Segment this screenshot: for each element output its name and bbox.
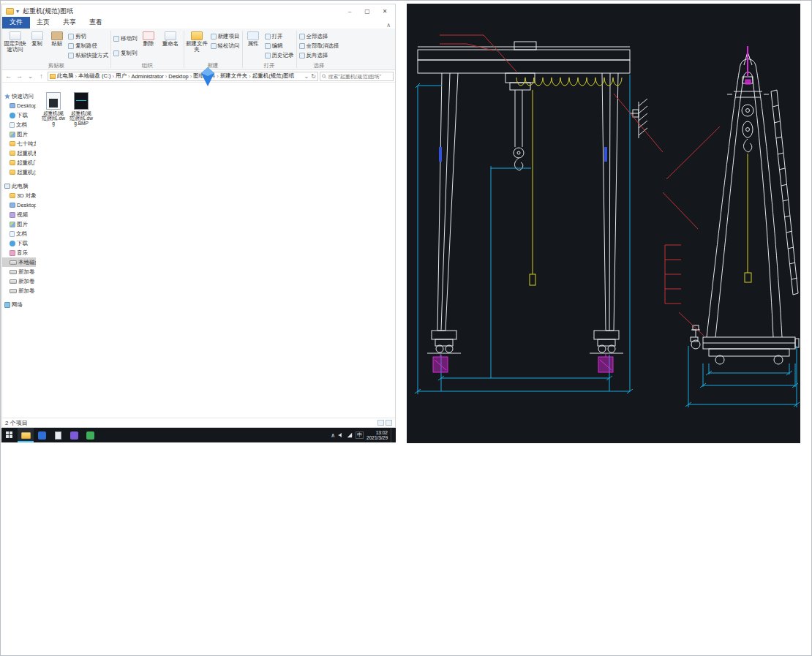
sidebar-item-desktop-2[interactable]: Desktop bbox=[2, 200, 36, 210]
ribbon-pin-button[interactable]: 固定到快速访问 bbox=[3, 29, 27, 53]
paste-icon bbox=[51, 31, 63, 40]
ribbon-history-button[interactable]: 历史记录 bbox=[265, 50, 294, 60]
breadcrumb-segment[interactable]: 起重机(规范)图纸 bbox=[252, 72, 295, 80]
ribbon-new-folder-button[interactable]: 新建文件夹 bbox=[185, 29, 209, 53]
sidebar-item-documents[interactable]: 文档 bbox=[2, 120, 36, 129]
sidebar-item-volume-f[interactable]: 新加卷 (F:) bbox=[2, 286, 36, 295]
tab-file[interactable]: 文件 bbox=[2, 17, 30, 29]
ribbon-open-button[interactable]: 打开 bbox=[265, 31, 294, 41]
sidebar-item-this-pc[interactable]: 此电脑 bbox=[2, 181, 36, 191]
sidebar-item-videos[interactable]: 视频 bbox=[2, 210, 36, 219]
folder-icon bbox=[10, 160, 15, 165]
taskbar-viewer-button[interactable] bbox=[82, 428, 98, 442]
ribbon-paste-shortcut-button[interactable]: 粘贴快捷方式 bbox=[68, 50, 108, 60]
search-input[interactable] bbox=[328, 74, 391, 79]
ribbon-copy-to-button[interactable]: 复制到 bbox=[113, 46, 138, 61]
ribbon-new-item-button[interactable]: 新建项目 bbox=[211, 31, 240, 41]
address-dropdown-icon[interactable]: ⌄ bbox=[304, 73, 309, 80]
sidebar-item-folder-4[interactable]: 起重机(液压站)图纸 bbox=[2, 167, 36, 177]
maximize-button[interactable]: ▢ bbox=[358, 5, 376, 18]
titlebar[interactable]: ▾ 起重机(规范)图纸 – ▢ ✕ bbox=[2, 4, 395, 18]
folder-window-icon bbox=[6, 8, 14, 15]
network-icon[interactable] bbox=[347, 432, 353, 438]
forward-icon[interactable]: → bbox=[15, 72, 24, 80]
ribbon-rename-button[interactable]: 重命名 bbox=[159, 29, 183, 47]
ribbon-copy-path-button[interactable]: 复制路径 bbox=[68, 41, 108, 50]
sidebar-item-local-disk-c[interactable]: 本地磁盘 (C:) bbox=[2, 257, 36, 267]
taskbar-clock[interactable]: 13:02 2021/3/29 bbox=[366, 430, 388, 441]
input-method-indicator[interactable]: 中 bbox=[356, 431, 364, 439]
cad-app-icon bbox=[70, 431, 78, 440]
sidebar-item-folder-1[interactable]: 七十吨龙门式起重机图纸 bbox=[2, 139, 36, 148]
sidebar-item-volume-e[interactable]: 新加卷 (E:) bbox=[2, 276, 36, 286]
volume-icon[interactable] bbox=[338, 432, 344, 438]
copy-to-icon bbox=[113, 50, 119, 56]
up-icon[interactable]: ↑ bbox=[37, 72, 46, 80]
sidebar-item-pictures[interactable]: 图片 bbox=[2, 129, 36, 139]
tab-share[interactable]: 共享 bbox=[56, 17, 83, 29]
breadcrumb-segment[interactable]: 用户 bbox=[116, 72, 127, 80]
sidebar-item-downloads-2[interactable]: 下载 bbox=[2, 238, 36, 248]
folder-icon bbox=[10, 151, 15, 156]
sidebar-item-folder-3[interactable]: 起重机门架图纸 bbox=[2, 158, 36, 167]
ribbon-group-organize: 移动到 复制到 删除 重命名 组织 bbox=[112, 29, 183, 69]
ribbon-select-none-button[interactable]: 全部取消选择 bbox=[299, 41, 339, 50]
ribbon-easy-access-button[interactable]: 轻松访问 bbox=[211, 41, 240, 50]
ribbon-paste-button[interactable]: 粘贴 bbox=[47, 29, 67, 47]
cad-viewer-panel[interactable] bbox=[407, 4, 800, 443]
close-button[interactable]: ✕ bbox=[376, 5, 394, 18]
sidebar-item-documents-2[interactable]: 文档 bbox=[2, 229, 36, 238]
ribbon-move-to-button[interactable]: 移动到 bbox=[113, 31, 138, 46]
tray-chevron-icon[interactable]: ∧ bbox=[331, 432, 335, 439]
folder-icon bbox=[10, 193, 15, 198]
breadcrumb-segment[interactable]: 此电脑 bbox=[57, 72, 74, 80]
ribbon-edit-button[interactable]: 编辑 bbox=[265, 41, 294, 50]
breadcrumb-segment[interactable]: Administrator bbox=[132, 73, 164, 80]
minimize-button[interactable]: – bbox=[341, 5, 358, 18]
sidebar-item-quick-access[interactable]: 快速访问 bbox=[2, 91, 36, 101]
file-item-dwg[interactable]: 起重机(规范)图纸.dwg bbox=[42, 92, 65, 126]
sidebar-item-pictures-2[interactable]: 图片 bbox=[2, 219, 36, 229]
system-tray: ∧ 中 13:02 2021/3/29 bbox=[331, 428, 396, 442]
file-list-area[interactable]: 起重机(规范)图纸.dwg 起重机(规范)图纸.dwg.BMP bbox=[36, 83, 395, 418]
taskbar-cad-button[interactable] bbox=[66, 428, 82, 442]
ribbon-delete-button[interactable]: 删除 bbox=[139, 29, 159, 47]
tab-view[interactable]: 查看 bbox=[83, 17, 109, 29]
image-viewer-icon bbox=[86, 431, 94, 440]
sidebar-item-desktop[interactable]: Desktop bbox=[2, 101, 36, 110]
folder-icon bbox=[10, 141, 15, 146]
file-item-bmp[interactable]: 起重机(规范)图纸.dwg.BMP bbox=[69, 92, 93, 126]
collapse-ribbon-icon[interactable]: ∧ bbox=[386, 22, 391, 29]
sidebar-item-music[interactable]: 音乐 bbox=[2, 248, 36, 257]
quick-access-toolbar-icon[interactable]: ▾ bbox=[16, 8, 19, 15]
sidebar-item-folder-2[interactable]: 起重机卷扬机构图纸 bbox=[2, 148, 36, 158]
view-details-button[interactable] bbox=[377, 420, 384, 426]
ribbon-select-all-button[interactable]: 全部选择 bbox=[299, 31, 339, 41]
tab-home[interactable]: 主页 bbox=[30, 17, 56, 29]
sidebar-item-network[interactable]: 网络 bbox=[2, 300, 36, 309]
breadcrumb-segment[interactable]: 新建文件夹 bbox=[220, 72, 248, 80]
recent-locations-icon[interactable]: ⌄ bbox=[26, 72, 35, 80]
ribbon-properties-button[interactable]: 属性 bbox=[244, 29, 263, 47]
breadcrumb-segment[interactable]: Desktop bbox=[168, 73, 189, 80]
address-bar: ← → ⌄ ↑ 此电脑› 本地磁盘 (C:)› 用户› Administrato… bbox=[2, 70, 395, 83]
ribbon-group-select: 全部选择 全部取消选择 反向选择 选择 bbox=[298, 29, 341, 69]
taskbar-wps-button[interactable] bbox=[34, 428, 50, 442]
ribbon-invert-selection-button[interactable]: 反向选择 bbox=[299, 50, 339, 60]
breadcrumb[interactable]: 此电脑› 本地磁盘 (C:)› 用户› Administrator› Deskt… bbox=[48, 72, 318, 81]
ribbon-copy-button[interactable]: 复制 bbox=[27, 29, 47, 47]
refresh-icon[interactable]: ↻ bbox=[311, 73, 316, 80]
back-icon[interactable]: ← bbox=[4, 72, 13, 80]
sidebar-item-volume-d[interactable]: 新加卷 (D:) bbox=[2, 267, 36, 276]
sidebar-item-3d-objects[interactable]: 3D 对象 bbox=[2, 191, 36, 200]
sidebar-item-downloads[interactable]: 下载 bbox=[2, 110, 36, 120]
show-desktop-button[interactable] bbox=[391, 428, 394, 442]
start-button[interactable] bbox=[1, 428, 18, 442]
taskbar-document-button[interactable] bbox=[50, 428, 66, 442]
download-icon bbox=[10, 241, 15, 246]
breadcrumb-segment[interactable]: 本地磁盘 (C:) bbox=[78, 72, 111, 80]
ribbon-cut-button[interactable]: 剪切 bbox=[68, 31, 108, 41]
search-box[interactable] bbox=[320, 72, 394, 81]
view-large-icons-button[interactable] bbox=[386, 420, 392, 426]
taskbar-explorer-button[interactable] bbox=[18, 428, 34, 442]
